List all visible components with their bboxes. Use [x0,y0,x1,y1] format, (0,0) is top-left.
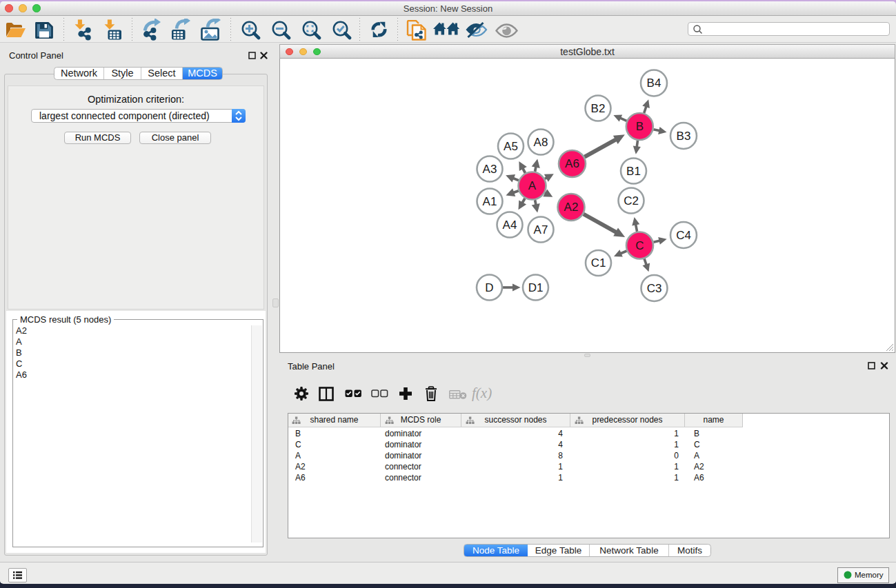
svg-text:A1: A1 [483,194,497,207]
svg-text:B: B [636,120,644,133]
svg-text:A: A [528,179,537,192]
svg-text:B1: B1 [626,164,641,177]
svg-text:A5: A5 [504,139,518,152]
svg-text:B3: B3 [677,129,691,142]
svg-text:D: D [485,281,493,294]
svg-text:A3: A3 [483,162,497,175]
svg-text:C1: C1 [591,256,606,270]
svg-text:B2: B2 [591,101,606,114]
svg-text:A7: A7 [534,223,548,236]
svg-text:A8: A8 [534,135,548,148]
svg-text:C3: C3 [647,281,662,294]
svg-text:C: C [635,239,644,252]
svg-text:A6: A6 [565,157,579,170]
svg-text:C4: C4 [676,228,691,241]
svg-text:D1: D1 [528,281,544,294]
svg-text:C2: C2 [624,194,639,207]
svg-text:A4: A4 [503,218,517,231]
svg-text:B4: B4 [647,77,661,90]
svg-text:A2: A2 [564,201,579,214]
